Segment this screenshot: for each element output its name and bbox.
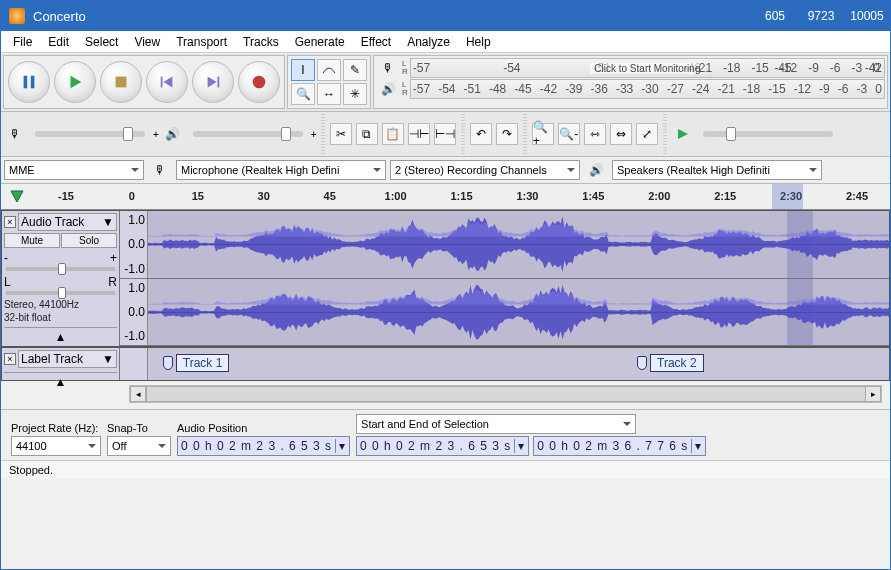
minimize-button[interactable]: 605 [752, 1, 798, 31]
selection-end-field[interactable]: 0 0 h 0 2 m 3 6 . 7 7 6 s▾ [533, 436, 706, 456]
scroll-right-button[interactable]: ▸ [865, 386, 881, 402]
playhead-icon[interactable] [1, 190, 33, 204]
recording-volume-slider[interactable] [35, 131, 145, 137]
mute-button[interactable]: Mute [4, 233, 60, 248]
copy-button[interactable]: ⧉ [356, 123, 378, 145]
window-title: Concerto [33, 9, 752, 24]
audio-host-combo[interactable]: MME [4, 160, 144, 180]
selection-mode-combo[interactable]: Start and End of Selection [356, 414, 636, 434]
audio-track: × Audio Track▼ Mute Solo -+ LR Stereo, 4… [1, 210, 890, 347]
svg-point-8 [253, 76, 266, 89]
play-lr-label: LR [402, 81, 408, 97]
snap-to-label: Snap-To [107, 422, 171, 434]
zoom-in-button[interactable]: 🔍+ [532, 123, 554, 145]
track-collapse-button[interactable]: ▲ [4, 372, 117, 389]
horizontal-scrollbar[interactable]: ◂ ▸ [129, 385, 882, 403]
label-track-panel: × Label Track▼ ▲ [2, 348, 120, 380]
track-bits: 32-bit float [4, 312, 117, 323]
scroll-left-button[interactable]: ◂ [130, 386, 146, 402]
track-format: Stereo, 44100Hz [4, 299, 117, 310]
svg-marker-6 [208, 77, 217, 88]
rec-meter-overlay[interactable]: Click to Start Monitoring [590, 63, 704, 74]
recording-channels-combo[interactable]: 2 (Stereo) Recording Channels [390, 160, 580, 180]
maximize-button[interactable]: 9723 [798, 1, 844, 31]
label-text[interactable]: Track 1 [176, 354, 230, 372]
mic-icon: 🎙 [379, 59, 397, 77]
svg-rect-4 [161, 77, 163, 88]
fit-project-button[interactable]: ⇔ [610, 123, 632, 145]
waveform-right[interactable] [148, 279, 889, 346]
zoom-out-button[interactable]: 🔍- [558, 123, 580, 145]
menu-edit[interactable]: Edit [40, 33, 77, 51]
recording-meter[interactable]: -57-54-51-48-45-42 Click to Start Monito… [410, 58, 885, 78]
svg-marker-2 [71, 76, 82, 89]
stop-button[interactable] [100, 61, 142, 103]
menu-effect[interactable]: Effect [353, 33, 399, 51]
redo-button[interactable]: ↷ [496, 123, 518, 145]
title-bar: Concerto 605 9723 10005 [1, 1, 890, 31]
menu-analyze[interactable]: Analyze [399, 33, 458, 51]
menu-transport[interactable]: Transport [168, 33, 235, 51]
menu-tracks[interactable]: Tracks [235, 33, 287, 51]
recording-device-combo[interactable]: Microphone (Realtek High Defini [176, 160, 386, 180]
pause-button[interactable] [8, 61, 50, 103]
track-close-button[interactable]: × [4, 353, 16, 365]
label-track-body[interactable]: Track 1Track 2 [148, 348, 889, 380]
timeshift-tool[interactable]: ↔ [317, 83, 341, 105]
selection-toolbar: Project Rate (Hz): 44100 Snap-To Off Aud… [1, 409, 890, 460]
play-button[interactable] [54, 61, 96, 103]
gain-slider[interactable] [6, 267, 115, 271]
playback-device-combo[interactable]: Speakers (Realtek High Definiti [612, 160, 822, 180]
paste-button[interactable]: 📋 [382, 123, 404, 145]
svg-rect-7 [218, 77, 220, 88]
track-menu-button[interactable]: Label Track▼ [18, 350, 117, 368]
zoom-tool[interactable]: 🔍 [291, 83, 315, 105]
label-pin-icon[interactable] [163, 356, 173, 370]
draw-tool[interactable]: ✎ [343, 59, 367, 81]
menu-select[interactable]: Select [77, 33, 126, 51]
timeline-ruler[interactable]: -1501530451:001:151:301:452:002:152:302:… [1, 184, 890, 210]
envelope-tool[interactable] [317, 59, 341, 81]
solo-button[interactable]: Solo [61, 233, 117, 248]
label-track: × Label Track▼ ▲ Track 1Track 2 [1, 347, 890, 381]
trim-button[interactable]: ⊣⊢ [408, 123, 430, 145]
skip-start-button[interactable] [146, 61, 188, 103]
label-pin-icon[interactable] [637, 356, 647, 370]
skip-end-button[interactable] [192, 61, 234, 103]
play-at-speed-button[interactable] [672, 123, 694, 145]
playback-speed-slider[interactable] [703, 131, 833, 137]
audio-position-label: Audio Position [177, 422, 350, 434]
speaker-icon: 🔊 [587, 161, 605, 179]
fit-selection-button[interactable]: ⇿ [584, 123, 606, 145]
playback-volume-slider[interactable] [193, 131, 303, 137]
vertical-scale: 1.00.0-1.0 [120, 211, 148, 278]
label-marker[interactable]: Track 2 [637, 354, 704, 372]
selection-tool[interactable]: I [291, 59, 315, 81]
zoom-toggle-button[interactable]: ⤢ [636, 123, 658, 145]
label-text[interactable]: Track 2 [650, 354, 704, 372]
pan-slider[interactable] [6, 291, 115, 295]
cut-button[interactable]: ✂ [330, 123, 352, 145]
project-rate-combo[interactable]: 44100 [11, 436, 101, 456]
tracks-area: × Audio Track▼ Mute Solo -+ LR Stereo, 4… [1, 210, 890, 381]
audio-position-field[interactable]: 0 0 h 0 2 m 2 3 . 6 5 3 s▾ [177, 436, 350, 456]
label-marker[interactable]: Track 1 [163, 354, 230, 372]
track-collapse-button[interactable]: ▲ [4, 327, 117, 344]
waveform-left[interactable] [148, 211, 889, 278]
vertical-scale: 1.00.0-1.0 [120, 279, 148, 346]
track-close-button[interactable]: × [4, 216, 16, 228]
silence-button[interactable]: ⊢⊣ [434, 123, 456, 145]
track-menu-button[interactable]: Audio Track▼ [18, 213, 117, 231]
close-button[interactable]: 10005 [844, 1, 890, 31]
multi-tool[interactable]: ✳ [343, 83, 367, 105]
record-button[interactable] [238, 61, 280, 103]
selection-start-field[interactable]: 0 0 h 0 2 m 2 3 . 6 5 3 s▾ [356, 436, 529, 456]
menu-generate[interactable]: Generate [287, 33, 353, 51]
menu-file[interactable]: File [5, 33, 40, 51]
menu-help[interactable]: Help [458, 33, 499, 51]
menu-view[interactable]: View [126, 33, 168, 51]
snap-to-combo[interactable]: Off [107, 436, 171, 456]
undo-button[interactable]: ↶ [470, 123, 492, 145]
toolbar-row-2: 🎙 + 🔊 + ✂ ⧉ 📋 ⊣⊢ ⊢⊣ ↶ ↷ 🔍+ 🔍- ⇿ ⇔ ⤢ [1, 112, 890, 157]
playback-meter[interactable]: -57-54-51-48-45-42-39-36-33-30-27-24-21-… [410, 79, 885, 99]
